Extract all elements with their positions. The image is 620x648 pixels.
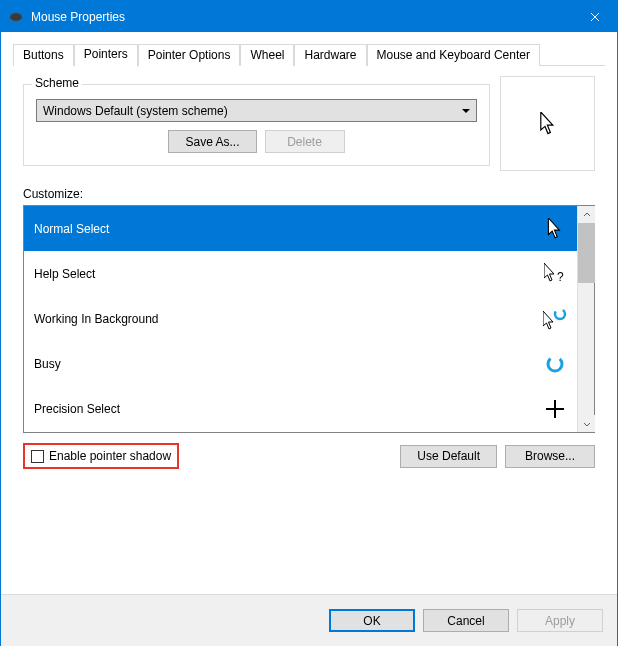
list-item-precision[interactable]: Precision Select xyxy=(24,386,577,431)
list-item-help-select[interactable]: Help Select ? xyxy=(24,251,577,296)
mouse-icon xyxy=(9,11,23,23)
enable-shadow-checkbox[interactable] xyxy=(31,450,44,463)
scroll-up-button[interactable] xyxy=(578,206,595,223)
cursor-white-icon xyxy=(543,218,567,240)
scheme-select[interactable]: Windows Default (system scheme) xyxy=(36,99,477,122)
tab-bar: Buttons Pointers Pointer Options Wheel H… xyxy=(13,44,605,66)
mouse-properties-window: Mouse Properties Buttons Pointers Pointe… xyxy=(0,0,618,646)
scrollbar[interactable] xyxy=(577,206,594,432)
save-as-button[interactable]: Save As... xyxy=(168,130,256,153)
titlebar: Mouse Properties xyxy=(1,1,617,32)
cursor-precision-icon xyxy=(543,399,567,419)
cursor-help-icon: ? xyxy=(543,263,567,285)
cancel-button[interactable]: Cancel xyxy=(423,609,509,632)
scheme-fieldset: Scheme Windows Default (system scheme) S… xyxy=(23,84,490,166)
list-item-normal-select[interactable]: Normal Select xyxy=(24,206,577,251)
list-item-busy[interactable]: Busy xyxy=(24,341,577,386)
customize-label: Customize: xyxy=(23,187,595,201)
enable-shadow-label: Enable pointer shadow xyxy=(49,449,171,463)
pointer-list: Normal Select Help Select ? Working In B… xyxy=(23,205,595,433)
list-item-working[interactable]: Working In Background xyxy=(24,296,577,341)
close-button[interactable] xyxy=(572,1,617,32)
list-item-label: Precision Select xyxy=(34,402,543,416)
apply-button: Apply xyxy=(517,609,603,632)
svg-point-0 xyxy=(10,13,22,21)
tab-panel: Scheme Windows Default (system scheme) S… xyxy=(13,66,605,584)
ok-button[interactable]: OK xyxy=(329,609,415,632)
tab-mkcenter[interactable]: Mouse and Keyboard Center xyxy=(367,44,540,66)
tab-buttons[interactable]: Buttons xyxy=(13,44,74,66)
svg-point-3 xyxy=(548,357,562,371)
scheme-legend: Scheme xyxy=(32,76,82,90)
cursor-busy-icon xyxy=(543,354,567,374)
tab-hardware[interactable]: Hardware xyxy=(294,44,366,66)
scheme-selected-text: Windows Default (system scheme) xyxy=(43,104,228,118)
delete-button: Delete xyxy=(265,130,345,153)
enable-shadow-highlight: Enable pointer shadow xyxy=(23,443,179,469)
dialog-footer: OK Cancel Apply xyxy=(1,594,617,646)
tab-pointers[interactable]: Pointers xyxy=(74,44,138,67)
list-item-label: Help Select xyxy=(34,267,543,281)
window-title: Mouse Properties xyxy=(31,10,572,24)
svg-point-2 xyxy=(555,309,565,319)
browse-button[interactable]: Browse... xyxy=(505,445,595,468)
pointer-preview xyxy=(500,76,595,171)
list-item-label: Normal Select xyxy=(34,222,543,236)
tab-wheel[interactable]: Wheel xyxy=(240,44,294,66)
use-default-button[interactable]: Use Default xyxy=(400,445,497,468)
scroll-thumb[interactable] xyxy=(578,223,595,283)
cursor-working-icon xyxy=(543,308,567,330)
list-item-label: Working In Background xyxy=(34,312,543,326)
svg-text:?: ? xyxy=(557,270,564,284)
list-item-label: Busy xyxy=(34,357,543,371)
tab-pointer-options[interactable]: Pointer Options xyxy=(138,44,241,66)
content-area: Buttons Pointers Pointer Options Wheel H… xyxy=(1,32,617,594)
scroll-down-button[interactable] xyxy=(578,415,595,432)
